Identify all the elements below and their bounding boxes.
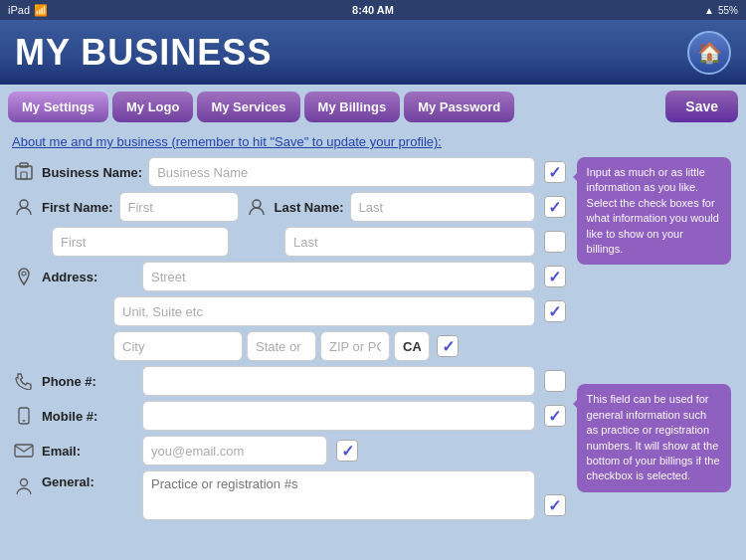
city-checkbox[interactable] [437,335,459,357]
unit-checkbox[interactable] [544,300,566,322]
svg-point-9 [21,479,28,486]
unit-input[interactable] [113,296,535,326]
svg-point-3 [20,200,28,208]
name-checkbox2[interactable] [544,231,566,253]
email-checkbox-area [333,440,361,462]
status-bar: iPad 📶 8:40 AM ▲ 55% [0,0,746,20]
phone-label: Phone #: [42,374,136,389]
mobile-input[interactable] [142,401,535,431]
business-name-row: Business Name: [12,157,569,187]
time-display: 8:40 AM [352,4,394,16]
tab-my-services[interactable]: My Services [197,92,299,122]
home-icon: 🏠 [697,41,722,65]
home-button[interactable]: 🏠 [687,31,731,75]
state-input[interactable] [247,331,316,361]
name-row: First Name: Last Name: [12,192,569,222]
tab-my-billings[interactable]: My Billings [304,92,401,122]
email-row: Email: [12,436,569,466]
business-icon [12,160,36,184]
general-checkbox[interactable] [544,494,566,516]
first-name-input-row [12,227,569,257]
header: MY BUSINESS 🏠 [0,20,746,85]
country-input[interactable] [394,331,430,361]
address-icon [12,265,36,288]
address-unit-row [12,296,569,326]
email-icon [12,439,36,463]
street-input[interactable] [142,262,535,291]
main-content: About me and my business (remember to hi… [0,128,746,531]
last-name-checkbox[interactable] [544,196,566,218]
city-input[interactable] [113,331,243,361]
mobile-icon [12,404,36,428]
mobile-row: Mobile #: [12,401,569,431]
mobile-label: Mobile #: [42,409,136,424]
tooltip-top: Input as much or as little information a… [577,157,731,265]
first-input[interactable] [52,227,229,257]
last-name-icon [245,195,269,219]
tab-my-logo[interactable]: My Logo [112,92,193,122]
form-area: Business Name: First Name: [12,157,734,525]
mobile-checkbox-area [541,405,569,427]
first-name-icon [12,195,36,219]
business-name-label: Business Name: [42,165,142,180]
tab-my-settings[interactable]: My Settings [8,92,108,122]
general-icon [12,474,36,498]
page-title: MY BUSINESS [15,32,272,74]
email-checkbox[interactable] [336,440,358,462]
save-button[interactable]: Save [665,91,738,122]
general-input[interactable] [142,470,535,520]
address-street-row: Address: [12,262,569,291]
name-checkbox-area2 [541,231,569,253]
tab-bar: My Settings My Logo My Services My Billi… [0,85,746,128]
first-name-label: First Name: [42,200,113,215]
wifi-icon: 📶 [34,4,48,17]
first-name-input[interactable] [119,192,239,222]
last-name-checkbox-area [541,196,569,218]
address-city-row [12,331,569,361]
tooltip-bottom: This field can be used for general infor… [577,384,731,491]
business-name-input[interactable] [148,157,534,187]
svg-point-5 [22,272,26,276]
ipad-label: iPad [8,4,30,16]
side-panel: Input as much or as little information a… [577,157,741,525]
address-label: Address: [42,270,136,284]
email-input[interactable] [142,436,327,466]
last-name-input[interactable] [350,192,535,222]
unit-checkbox-area [541,300,569,322]
subtitle-text: About me and my business (remember to hi… [12,134,734,149]
business-name-checkbox-area [541,161,569,183]
svg-rect-8 [15,445,33,457]
last-name-label: Last Name: [275,200,344,215]
svg-rect-2 [21,172,27,179]
phone-row: Phone #: [12,366,569,396]
business-name-checkbox[interactable] [544,161,566,183]
signal-icon: ▲ [704,5,714,16]
mobile-checkbox[interactable] [544,405,566,427]
battery-label: 55% [718,5,738,16]
zip-input[interactable] [320,331,390,361]
svg-point-4 [253,200,261,208]
phone-checkbox[interactable] [544,370,566,392]
street-checkbox[interactable] [544,266,566,287]
general-checkbox-area [541,494,569,516]
email-label: Email: [42,444,136,459]
phone-icon [12,369,36,393]
general-row: General: [12,470,569,520]
city-checkbox-area [434,335,462,357]
street-checkbox-area [541,266,569,287]
last-input[interactable] [284,227,535,257]
svg-rect-1 [20,163,28,167]
tab-my-password[interactable]: My Password [404,92,514,122]
form-fields: Business Name: First Name: [12,157,569,525]
phone-input[interactable] [142,366,535,396]
phone-checkbox-area [541,370,569,392]
general-label: General: [42,474,136,489]
